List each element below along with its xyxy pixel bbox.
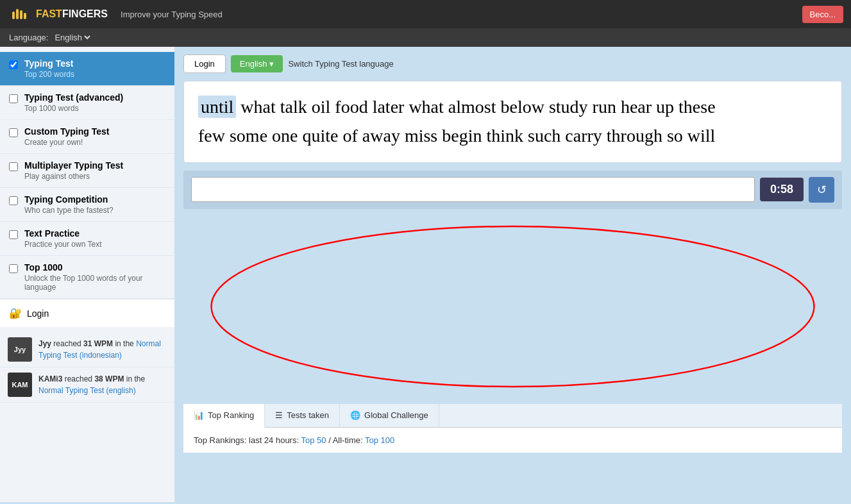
sidebar-item-subtitle-advanced: Top 1000 words <box>24 104 123 113</box>
sidebar-checkbox-typing-test[interactable] <box>9 60 18 69</box>
sidebar-item-subtitle-competition: Who can type the fastest? <box>24 206 114 215</box>
sidebar-checkbox-custom[interactable] <box>9 128 18 137</box>
logo-text: FASTFINGERS <box>36 8 108 20</box>
sidebar-item-title-custom: Custom Typing Test <box>24 126 109 137</box>
sidebar-item-title-text-practice: Text Practice <box>24 228 102 239</box>
tab-bar: 📊 Top Ranking ☰ Tests taken 🌐 Global Cha… <box>183 404 842 428</box>
sidebar-item-top1000[interactable]: Top 1000 Unlock the Top 1000 words of yo… <box>0 256 174 299</box>
feed-item-0: Jyy Jyy reached 31 WPM in the Normal Typ… <box>0 332 174 367</box>
current-word: until <box>198 96 236 118</box>
top50-link[interactable]: Top 50 <box>301 435 326 445</box>
tab-tests-taken[interactable]: ☰ Tests taken <box>265 404 340 427</box>
feed-avatar-0: Jyy <box>8 337 32 362</box>
tagline: Improve your Typing Speed <box>121 10 223 19</box>
top-bar: FASTFINGERS Improve your Typing Speed Be… <box>0 0 851 28</box>
words-line2: few some one quite of away miss begin th… <box>198 126 715 146</box>
sidebar: Typing Test Top 200 words Typing Test (a… <box>0 47 174 502</box>
sidebar-checkbox-multiplayer[interactable] <box>9 162 18 171</box>
sidebar-checkbox-advanced[interactable] <box>9 94 18 103</box>
words-rest-line1: what talk oil food later what almost bel… <box>240 97 715 117</box>
sidebar-login[interactable]: 🔐 Login <box>0 299 174 327</box>
svg-point-5 <box>212 226 814 387</box>
language-select[interactable]: English <box>52 32 92 43</box>
sidebar-checkbox-top1000[interactable] <box>9 264 18 273</box>
feed-item-1: KAM KAMi3 reached 38 WPM in the Normal T… <box>0 367 174 403</box>
logo-area: FASTFINGERS Improve your Typing Speed <box>8 3 223 26</box>
sidebar-item-subtitle: Top 200 words <box>24 70 74 79</box>
main-layout: Typing Test Top 200 words Typing Test (a… <box>0 47 851 502</box>
login-button[interactable]: Login <box>183 55 226 73</box>
sidebar-item-typing-test[interactable]: Typing Test Top 200 words <box>0 52 174 86</box>
feed-text-1: KAMi3 reached 38 WPM in the Normal Typin… <box>38 373 167 396</box>
sidebar-item-text-practice[interactable]: Text Practice Practice your own Text <box>0 222 174 256</box>
sidebar-item-title-top1000: Top 1000 <box>24 262 165 273</box>
typing-words-box: until what talk oil food later what almo… <box>183 81 842 163</box>
sidebar-item-typing-test-advanced[interactable]: Typing Test (advanced) Top 1000 words <box>0 86 174 120</box>
dropdown-arrow-icon: ▾ <box>269 59 274 69</box>
language-label: Language: <box>9 33 48 42</box>
top-controls: Login English ▾ Switch Typing Test langu… <box>183 55 842 73</box>
typing-input[interactable] <box>191 177 755 202</box>
globe-icon: 🌐 <box>350 410 360 420</box>
oval-annotation <box>183 217 842 396</box>
rankings-content: Top Rankings: last 24 hours: Top 50 / Al… <box>183 428 842 453</box>
sidebar-item-title: Typing Test <box>24 58 74 69</box>
reset-button[interactable]: ↺ <box>809 177 834 203</box>
login-label: Login <box>27 308 49 319</box>
sidebar-item-subtitle-top1000: Unlock the Top 1000 words of your langua… <box>24 274 165 292</box>
sidebar-item-subtitle-custom: Create your own! <box>24 138 109 147</box>
feed-text-0: Jyy reached 31 WPM in the Normal Typing … <box>38 338 167 361</box>
sidebar-checkbox-text-practice[interactable] <box>9 230 18 239</box>
sidebar-item-title-advanced: Typing Test (advanced) <box>24 92 123 103</box>
content-area: Login English ▾ Switch Typing Test langu… <box>174 47 851 502</box>
tab-global-challenge[interactable]: 🌐 Global Challenge <box>340 404 439 427</box>
login-icon: 🔐 <box>9 307 22 319</box>
top-rankings-line: Top Rankings: last 24 hours: Top 50 / Al… <box>194 435 832 445</box>
list-icon: ☰ <box>275 410 283 420</box>
language-bar: Language: English <box>0 28 851 47</box>
switch-language-text: Switch Typing Test language <box>288 59 393 69</box>
sidebar-item-subtitle-text-practice: Practice your own Text <box>24 240 102 249</box>
feed-avatar-1: KAM <box>8 373 32 397</box>
bar-chart-icon: 📊 <box>194 410 204 420</box>
logo-icon <box>8 3 31 26</box>
oval-svg <box>183 217 842 396</box>
top100-link[interactable]: Top 100 <box>365 435 394 445</box>
sidebar-item-title-competition: Typing Competition <box>24 194 114 205</box>
sidebar-item-competition[interactable]: Typing Competition Who can type the fast… <box>0 188 174 222</box>
sidebar-item-multiplayer[interactable]: Multiplayer Typing Test Play against oth… <box>0 154 174 188</box>
timer-display: 0:58 <box>760 178 804 201</box>
feed-link-1[interactable]: Normal Typing Test (english) <box>38 386 136 395</box>
sidebar-checkbox-competition[interactable] <box>9 196 18 205</box>
input-row: 0:58 ↺ <box>183 171 842 209</box>
language-button[interactable]: English ▾ <box>231 55 283 72</box>
svg-rect-1 <box>12 12 15 19</box>
svg-rect-4 <box>24 13 26 19</box>
tab-top-ranking[interactable]: 📊 Top Ranking <box>183 404 265 428</box>
bottom-tabs: 📊 Top Ranking ☰ Tests taken 🌐 Global Cha… <box>183 404 842 453</box>
svg-rect-2 <box>16 9 19 19</box>
sidebar-item-title-multiplayer: Multiplayer Typing Test <box>24 160 123 171</box>
sidebar-item-subtitle-multiplayer: Play against others <box>24 172 123 181</box>
become-button[interactable]: Beco... <box>802 6 843 23</box>
svg-rect-3 <box>20 10 22 19</box>
svg-rect-0 <box>8 3 31 26</box>
sidebar-item-custom[interactable]: Custom Typing Test Create your own! <box>0 120 174 154</box>
activity-feed: Jyy Jyy reached 31 WPM in the Normal Typ… <box>0 327 174 408</box>
